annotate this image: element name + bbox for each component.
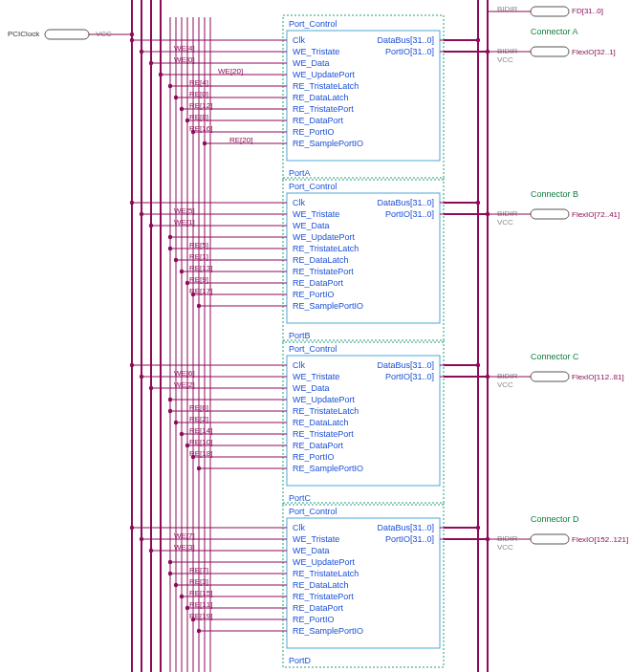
svg-text:RE_DataLatch: RE_DataLatch [293,255,349,265]
svg-text:WE_Data: WE_Data [293,546,330,555]
svg-text:WE_Tristate: WE_Tristate [293,534,339,544]
svg-text:RE_DataPort: RE_DataPort [293,603,344,613]
svg-text:FlexIO[112..81]: FlexIO[112..81] [572,373,624,381]
svg-point-280 [197,629,201,633]
svg-text:RE_TristatePort: RE_TristatePort [293,104,354,114]
svg-text:RE_SamplePortIO: RE_SamplePortIO [293,626,363,636]
svg-point-152 [197,304,201,308]
svg-rect-14 [45,30,89,39]
svg-point-137 [168,247,172,250]
svg-point-207 [180,432,184,436]
svg-text:WE[6]: WE[6] [174,369,195,378]
svg-text:RE[17]: RE[17] [189,287,212,295]
svg-text:WE_Data: WE_Data [293,221,330,230]
svg-point-135 [168,235,172,239]
svg-text:RE[15]: RE[15] [189,589,212,597]
svg-text:RE_TristatePort: RE_TristatePort [293,267,354,276]
svg-point-268 [174,583,178,587]
svg-text:PortIO[31..0]: PortIO[31..0] [385,534,434,544]
svg-text:WE[0]: WE[0] [174,55,195,64]
svg-text:WE_Tristate: WE_Tristate [293,209,339,219]
svg-text:RE_TristateLatch: RE_TristateLatch [293,81,359,91]
svg-text:Clk: Clk [293,360,305,370]
svg-point-75 [174,96,178,99]
svg-text:RE[6]: RE[6] [189,403,208,412]
svg-text:FD[31..0]: FD[31..0] [572,7,603,15]
svg-text:WE[2]: WE[2] [174,380,195,389]
svg-text:RE_TristateLatch: RE_TristateLatch [293,569,359,578]
svg-text:RE[18]: RE[18] [189,449,212,458]
svg-point-181 [476,363,480,367]
svg-rect-251 [531,534,569,544]
svg-text:RE_PortIO: RE_PortIO [293,452,335,462]
svg-point-61 [130,38,134,42]
svg-text:DataBus[31..0]: DataBus[31..0] [377,360,434,370]
svg-text:Connector C: Connector C [531,352,579,361]
svg-rect-187 [531,372,569,381]
svg-point-196 [149,386,153,390]
svg-text:RE_PortIO: RE_PortIO [293,615,335,624]
svg-text:RE[0]: RE[0] [189,90,208,98]
svg-text:RE_DataPort: RE_DataPort [293,441,344,450]
svg-text:WE[1]: WE[1] [174,218,195,227]
svg-text:RE_DataPort: RE_DataPort [293,116,344,125]
svg-text:FlexIO[32..1]: FlexIO[32..1] [572,48,616,56]
svg-text:FlexIO[152..121]: FlexIO[152..121] [572,535,628,544]
svg-text:RE[16]: RE[16] [189,124,212,133]
svg-text:RE_PortIO: RE_PortIO [293,290,335,299]
svg-text:RE[5]: RE[5] [189,241,208,249]
svg-text:Connector B: Connector B [531,189,578,199]
svg-text:WE_UpdatePort: WE_UpdatePort [293,70,356,79]
svg-text:RE[20]: RE[20] [229,136,252,144]
svg-text:PortIO[31..0]: PortIO[31..0] [385,372,434,381]
svg-text:RE[3]: RE[3] [189,577,208,586]
svg-text:PortD: PortD [289,656,312,665]
svg-text:WE[4]: WE[4] [174,44,195,53]
svg-point-216 [197,466,201,470]
schematic-canvas: PCIClockVCCBIDIRFD[31..0]Port_ControlPor… [0,0,631,672]
svg-text:WE[20]: WE[20] [218,67,243,76]
svg-text:Connector D: Connector D [531,514,579,524]
svg-point-271 [180,595,184,598]
svg-text:PortIO[31..0]: PortIO[31..0] [385,209,434,219]
svg-point-199 [168,398,172,401]
svg-text:RE_TristateLatch: RE_TristateLatch [293,406,359,416]
svg-point-201 [168,409,172,413]
svg-point-63 [140,50,143,54]
svg-point-265 [168,572,172,575]
svg-point-129 [140,212,143,216]
svg-text:WE[5]: WE[5] [174,206,195,215]
svg-text:WE[3]: WE[3] [174,543,195,552]
svg-text:RE_TristateLatch: RE_TristateLatch [293,244,359,253]
svg-text:RE[11]: RE[11] [189,600,212,609]
svg-rect-57 [531,47,569,56]
svg-text:RE_DataLatch: RE_DataLatch [293,93,349,102]
svg-point-66 [149,61,153,65]
svg-text:WE_Tristate: WE_Tristate [293,47,339,56]
svg-point-140 [174,258,178,262]
svg-text:RE[10]: RE[10] [189,438,212,446]
svg-text:DataBus[31..0]: DataBus[31..0] [377,35,434,45]
svg-point-143 [180,270,184,273]
svg-point-87 [203,141,207,145]
svg-text:WE_Data: WE_Data [293,383,330,393]
svg-text:DataBus[31..0]: DataBus[31..0] [377,523,434,532]
svg-text:Port_Control: Port_Control [289,507,337,516]
svg-text:RE_DataLatch: RE_DataLatch [293,580,349,590]
svg-text:Clk: Clk [293,35,305,45]
svg-point-117 [476,201,480,205]
svg-text:BIDIR: BIDIR [497,5,518,13]
svg-point-18 [130,33,134,36]
svg-text:PortA: PortA [289,168,311,178]
svg-text:VCC: VCC [497,55,513,64]
svg-text:WE_Data: WE_Data [293,58,330,68]
svg-point-257 [140,537,143,541]
svg-text:VCC: VCC [497,218,513,227]
svg-point-72 [168,84,172,88]
svg-text:Port_Control: Port_Control [289,19,337,29]
svg-text:VCC: VCC [497,380,513,389]
svg-text:VCC: VCC [497,543,513,552]
svg-text:RE_SamplePortIO: RE_SamplePortIO [293,301,363,311]
svg-point-204 [174,421,178,424]
svg-text:RE_DataPort: RE_DataPort [293,278,344,288]
